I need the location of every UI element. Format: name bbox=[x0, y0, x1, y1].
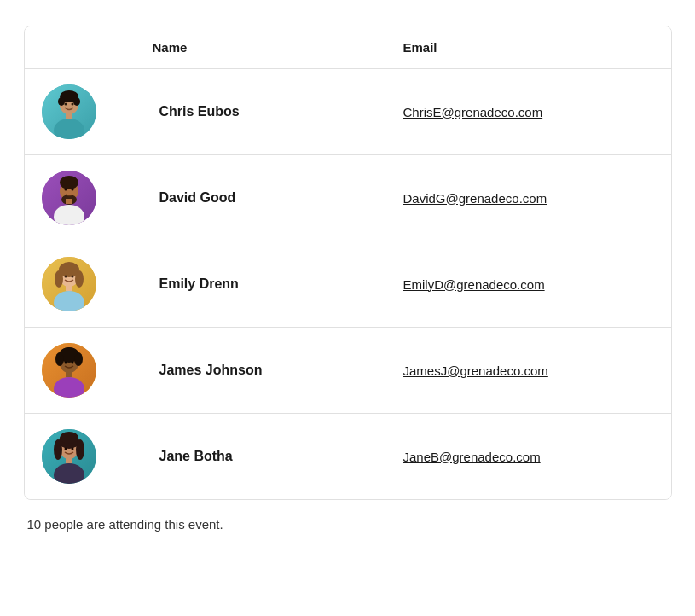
person-name: Jane Botha bbox=[153, 449, 403, 464]
avatar bbox=[42, 171, 96, 225]
svg-point-41 bbox=[60, 432, 78, 444]
person-name: Emily Drenn bbox=[153, 276, 403, 292]
svg-rect-23 bbox=[66, 285, 72, 291]
svg-point-44 bbox=[64, 448, 67, 450]
svg-rect-33 bbox=[66, 371, 72, 377]
svg-rect-43 bbox=[66, 457, 72, 463]
svg-point-7 bbox=[64, 103, 67, 106]
avatar bbox=[42, 257, 96, 311]
avatar-cell-chris bbox=[42, 84, 153, 139]
svg-point-12 bbox=[60, 176, 78, 189]
table-row: Emily Drenn EmilyD@grenadeco.com bbox=[25, 241, 671, 328]
person-name: Chris Eubos bbox=[153, 104, 403, 119]
avatar-cell-david bbox=[42, 171, 153, 225]
email-link[interactable]: ChrisE@grenadeco.com bbox=[403, 105, 543, 119]
email-link[interactable]: EmilyD@grenadeco.com bbox=[403, 277, 545, 292]
svg-point-21 bbox=[75, 270, 84, 288]
svg-point-35 bbox=[71, 362, 73, 364]
email-column-header: Email bbox=[403, 40, 654, 55]
table-row: James Johnson JamesJ@grenadeco.com bbox=[25, 328, 671, 414]
email-link[interactable]: DavidG@grenadeco.com bbox=[403, 191, 547, 206]
svg-point-40 bbox=[76, 439, 84, 460]
svg-point-39 bbox=[54, 439, 62, 460]
svg-point-31 bbox=[61, 347, 78, 357]
table-row: Chris Eubos ChrisE@grenadeco.com bbox=[25, 69, 671, 155]
avatar bbox=[42, 429, 96, 484]
svg-point-3 bbox=[58, 97, 65, 106]
person-email[interactable]: JamesJ@grenadeco.com bbox=[403, 363, 654, 378]
email-link[interactable]: JamesJ@grenadeco.com bbox=[403, 363, 548, 378]
attendee-count-text: 10 people are attending this event. bbox=[24, 517, 672, 532]
people-table: Name Email bbox=[24, 26, 672, 500]
person-name: David Good bbox=[153, 190, 403, 206]
svg-point-34 bbox=[64, 362, 67, 364]
person-email[interactable]: ChrisE@grenadeco.com bbox=[403, 105, 654, 119]
avatar bbox=[42, 343, 96, 398]
avatar-cell-emily bbox=[42, 257, 153, 311]
svg-rect-6 bbox=[66, 113, 72, 119]
email-link[interactable]: JaneB@grenadeco.com bbox=[403, 450, 541, 464]
avatar-cell-james bbox=[42, 343, 153, 398]
svg-point-24 bbox=[64, 276, 67, 278]
svg-point-4 bbox=[73, 97, 80, 106]
avatar-cell-jane bbox=[42, 429, 153, 484]
svg-rect-14 bbox=[66, 199, 72, 204]
person-email[interactable]: EmilyD@grenadeco.com bbox=[403, 277, 654, 292]
table-row: Jane Botha JaneB@grenadeco.com bbox=[25, 414, 671, 499]
name-column-header: Name bbox=[153, 40, 403, 55]
svg-point-25 bbox=[71, 276, 73, 278]
person-name: James Johnson bbox=[153, 363, 403, 378]
svg-point-16 bbox=[71, 189, 73, 191]
avatar bbox=[42, 84, 96, 139]
svg-point-45 bbox=[71, 448, 73, 450]
person-email[interactable]: DavidG@grenadeco.com bbox=[403, 191, 654, 206]
svg-point-8 bbox=[71, 103, 73, 106]
table-header-row: Name Email bbox=[25, 26, 671, 69]
svg-point-20 bbox=[55, 270, 63, 288]
table-row: David Good DavidG@grenadeco.com bbox=[25, 155, 671, 241]
avatar-column-header bbox=[42, 40, 153, 55]
person-email[interactable]: JaneB@grenadeco.com bbox=[403, 450, 654, 464]
svg-point-15 bbox=[64, 189, 67, 191]
